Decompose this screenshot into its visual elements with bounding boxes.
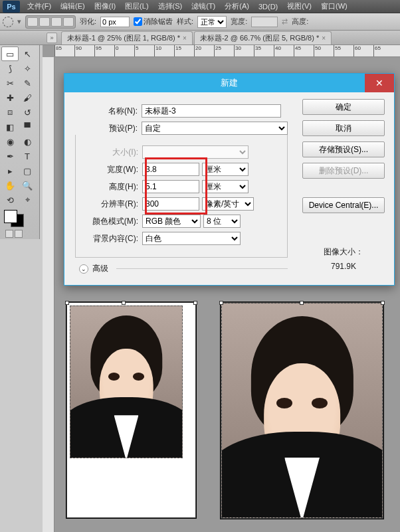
marquee-icon	[3, 17, 13, 27]
tool-pen[interactable]: ✒	[1, 149, 19, 163]
tool-3d-rotate[interactable]: ⟲	[1, 193, 19, 207]
ok-button[interactable]: 确定	[302, 99, 385, 115]
tool-path[interactable]: ▸	[1, 163, 19, 178]
bg-select[interactable]: 白色	[142, 232, 241, 245]
ruler-horizontal: 8590950510152025303540455055606570758085…	[54, 45, 400, 57]
document-2[interactable]	[221, 302, 383, 519]
close-button[interactable]: ✕	[365, 74, 394, 92]
tool-eyedropper[interactable]: ✎	[19, 76, 36, 90]
tool-wand[interactable]: ✧	[19, 61, 36, 76]
size-label: 大小(I):	[76, 147, 142, 158]
close-icon[interactable]: ×	[183, 35, 187, 42]
menu-layer[interactable]: 图层(L)	[120, 1, 153, 11]
width-input[interactable]	[142, 163, 199, 176]
tool-move[interactable]: ↖	[19, 46, 36, 61]
name-input[interactable]	[142, 104, 281, 118]
tool-gradient[interactable]: ▀	[19, 120, 36, 134]
style-label: 样式:	[177, 17, 193, 27]
height-unit-select[interactable]: 厘米	[202, 180, 249, 193]
document-tabstrip: » 未标题-1 @ 25% (图层 1, RGB/8) *× 未标题-2 @ 6…	[0, 31, 400, 45]
tool-blur[interactable]: ◉	[1, 134, 19, 149]
image-size-value: 791.9K	[302, 260, 385, 274]
preset-label: 预设(P):	[75, 123, 142, 134]
dialog-titlebar[interactable]: 新建 ✕	[64, 74, 394, 92]
document-1[interactable]	[66, 302, 196, 518]
color-mode-select[interactable]: RGB 颜色	[142, 215, 201, 228]
delete-preset-button: 删除预设(D)...	[302, 163, 385, 179]
bg-label: 背景内容(C):	[76, 233, 142, 244]
color-swatch[interactable]	[4, 210, 24, 227]
menu-3d[interactable]: 3D(D)	[254, 3, 282, 11]
feather-input[interactable]	[100, 17, 130, 27]
tool-lasso[interactable]: ⟆	[1, 61, 19, 76]
app-logo: Ps	[3, 1, 20, 13]
resolution-unit-select[interactable]: 像素/英寸	[202, 197, 254, 211]
name-label: 名称(N):	[75, 106, 142, 117]
menu-edit[interactable]: 编辑(E)	[56, 1, 90, 11]
tool-heal[interactable]: ✚	[1, 90, 19, 105]
cancel-button[interactable]: 取消	[302, 120, 385, 136]
options-bar: ▾ 羽化: 消除锯齿 样式: 正常 宽度: ⇄ 高度:	[0, 13, 400, 31]
width-unit-select[interactable]: 厘米	[202, 163, 249, 176]
close-icon[interactable]: ×	[322, 35, 326, 42]
opt-width-label: 宽度:	[231, 17, 247, 27]
tool-shape[interactable]: ▢	[19, 163, 36, 178]
quickmask-toggle[interactable]	[5, 230, 13, 238]
doc-tab-2[interactable]: 未标题-2 @ 66.7% (图层 5, RGB/8) *×	[194, 31, 332, 44]
menu-analysis[interactable]: 分析(A)	[220, 1, 254, 11]
menu-view[interactable]: 视图(V)	[282, 1, 316, 11]
feather-label: 羽化:	[80, 17, 96, 27]
preset-select[interactable]: 自定	[142, 122, 288, 135]
menu-select[interactable]: 选择(S)	[153, 1, 187, 11]
resolution-label: 分辨率(R):	[76, 199, 142, 210]
tool-hand[interactable]: ✋	[1, 178, 19, 193]
save-preset-button[interactable]: 存储预设(S)...	[302, 141, 385, 157]
menu-file[interactable]: 文件(F)	[23, 1, 56, 11]
style-select[interactable]: 正常	[197, 16, 227, 28]
color-mode-label: 颜色模式(M):	[76, 216, 142, 227]
tool-stamp[interactable]: ⧈	[1, 105, 19, 120]
photo-layer-2[interactable]	[221, 303, 383, 518]
doc-tab-1[interactable]: 未标题-1 @ 25% (图层 1, RGB/8) *×	[61, 31, 193, 44]
advanced-toggle[interactable]: ⌄ 高级	[79, 263, 288, 274]
height-input[interactable]	[142, 180, 199, 193]
opt-width-input	[251, 17, 278, 27]
tool-zoom[interactable]: 🔍	[19, 178, 36, 193]
new-document-dialog: 新建 ✕ 确定 取消 存储预设(S)... 删除预设(D)... Device …	[64, 73, 395, 286]
image-size-label: 图像大小：	[302, 245, 385, 260]
tool-history[interactable]: ↺	[19, 105, 36, 120]
photo-layer-1[interactable]	[70, 306, 183, 458]
size-select	[142, 145, 249, 159]
resolution-input[interactable]	[142, 197, 199, 211]
menu-image[interactable]: 图像(I)	[90, 1, 120, 11]
tool-crop[interactable]: ✂	[1, 76, 19, 90]
device-central-button[interactable]: Device Central(E)...	[302, 197, 385, 213]
tool-dodge[interactable]: ◐	[19, 134, 36, 149]
expand-tabs-button[interactable]: »	[47, 33, 57, 43]
chevron-icon: ⌄	[79, 264, 88, 274]
opt-height-label: 高度:	[292, 17, 308, 27]
tool-marquee[interactable]: ▭	[1, 46, 19, 61]
tool-brush[interactable]: 🖌	[19, 90, 36, 105]
antialias-checkbox[interactable]: 消除锯齿	[134, 17, 173, 27]
dialog-title: 新建	[221, 77, 238, 89]
screenmode-toggle[interactable]	[15, 230, 23, 238]
height-label: 高度(H):	[76, 181, 142, 193]
ruler-vertical	[43, 57, 54, 532]
width-label: 宽度(W):	[76, 164, 142, 175]
selection-mode-group[interactable]	[25, 15, 76, 29]
tool-type[interactable]: T	[19, 149, 36, 163]
menu-filter[interactable]: 滤镜(T)	[187, 1, 220, 11]
tool-3d-camera[interactable]: ⌖	[19, 193, 36, 207]
bit-depth-select[interactable]: 8 位	[203, 215, 241, 228]
tool-eraser[interactable]: ◧	[1, 120, 19, 134]
menu-window[interactable]: 窗口(W)	[316, 1, 352, 11]
toolbox: ▭ ↖ ⟆ ✧ ✂ ✎ ✚ 🖌 ⧈ ↺ ◧ ▀ ◉ ◐ ✒ T ▸ ▢ ✋ 🔍 …	[0, 45, 40, 239]
menubar: Ps 文件(F) 编辑(E) 图像(I) 图层(L) 选择(S) 滤镜(T) 分…	[0, 0, 400, 13]
